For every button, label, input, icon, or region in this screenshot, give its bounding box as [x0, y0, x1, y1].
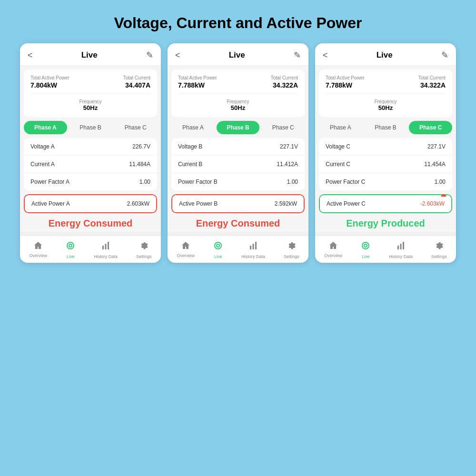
svg-point-10: [362, 242, 369, 249]
total-active-power-label: Total Active Power: [30, 75, 69, 80]
phase-tab-phase-c[interactable]: Phase C: [261, 121, 305, 134]
nav-label-overview: Overview: [177, 253, 195, 258]
svg-rect-2: [102, 246, 104, 249]
total-active-power-value: 7.788kW: [178, 81, 205, 89]
row-label: Current A: [30, 161, 55, 168]
nav-item-settings[interactable]: Settings: [136, 241, 152, 259]
active-power-section: Active Power B 2.592kW: [171, 194, 305, 213]
stats-section: Total Active Power 7.788kW Total Current…: [171, 69, 305, 117]
active-power-row: Active Power B 2.592kW: [171, 194, 305, 213]
svg-rect-3: [105, 244, 107, 249]
svg-rect-7: [250, 246, 251, 249]
total-current-label: Total Current: [418, 75, 446, 80]
total-current-value: 34.322A: [420, 81, 446, 89]
data-row: Power Factor C 1.00: [319, 173, 452, 190]
data-row: Voltage B 227.1V: [171, 138, 305, 156]
phase-tab-phase-b[interactable]: Phase B: [364, 121, 407, 134]
overview-icon: [328, 241, 338, 252]
phase-tab-phase-c[interactable]: Phase C: [409, 121, 452, 134]
back-button[interactable]: <: [28, 50, 33, 60]
nav-label-live: Live: [214, 254, 222, 259]
row-label: Voltage C: [326, 143, 350, 150]
frequency-value: 50Hz: [178, 104, 298, 111]
stats-section: Total Active Power 7.804kW Total Current…: [24, 69, 157, 117]
energy-caption: Energy Consumed: [168, 213, 308, 232]
data-section: Voltage C 227.1V Current C 11.454A Power…: [319, 138, 452, 190]
total-current-label: Total Current: [271, 75, 298, 80]
nav-item-live[interactable]: Live: [361, 241, 370, 259]
history-data-icon: [396, 241, 406, 253]
data-row: Power Factor B 1.00: [171, 173, 305, 190]
bottom-nav: OverviewLiveHistory DataSettings: [315, 236, 456, 263]
total-current-label: Total Current: [123, 75, 150, 80]
nav-item-overview[interactable]: Overview: [30, 241, 48, 259]
live-title: Live: [81, 50, 98, 60]
row-value: 1.00: [435, 178, 446, 185]
data-section: Voltage B 227.1V Current B 11.412A Power…: [171, 138, 305, 190]
frequency-label: Frequency: [178, 99, 298, 104]
phase-tab-phase-a[interactable]: Phase A: [24, 121, 67, 134]
nav-item-settings[interactable]: Settings: [431, 241, 447, 259]
nav-item-live[interactable]: Live: [213, 241, 223, 259]
active-power-section: Active Power A 2.603kW: [24, 194, 157, 213]
live-title: Live: [377, 50, 393, 60]
svg-rect-4: [108, 242, 109, 249]
phase-tab-phase-a[interactable]: Phase A: [319, 121, 362, 134]
nav-item-history-data[interactable]: History Data: [241, 241, 265, 259]
row-label: Current B: [178, 161, 202, 168]
nav-label-settings: Settings: [284, 254, 299, 259]
edit-button[interactable]: ✎: [441, 50, 448, 60]
live-title: Live: [229, 50, 245, 60]
data-row: Voltage C 227.1V: [319, 138, 452, 156]
phase-tab-phase-b[interactable]: Phase B: [69, 121, 112, 134]
svg-point-5: [215, 242, 221, 249]
svg-point-6: [217, 244, 219, 247]
bottom-nav: OverviewLiveHistory DataSettings: [20, 236, 161, 263]
phase-tabs: Phase APhase BPhase C: [319, 121, 452, 134]
live-icon: [361, 241, 370, 253]
phone-1: < Live ✎ Total Active Power 7.788kW Tota…: [168, 43, 308, 263]
nav-item-history-data[interactable]: History Data: [389, 241, 413, 259]
row-value: 1.00: [139, 178, 150, 185]
active-power-label: Active Power C: [327, 200, 366, 207]
data-row: Power Factor A 1.00: [24, 173, 157, 190]
nav-item-overview[interactable]: Overview: [177, 241, 195, 259]
nav-item-history-data[interactable]: History Data: [94, 241, 118, 259]
overview-icon: [181, 241, 190, 252]
frequency-label: Frequency: [326, 99, 446, 104]
edit-button[interactable]: ✎: [294, 50, 301, 60]
total-active-power-label: Total Active Power: [178, 75, 217, 80]
back-button[interactable]: <: [175, 50, 180, 60]
phone-header: < Live ✎: [315, 43, 456, 66]
stats-section: Total Active Power 7.788kW Total Current…: [319, 69, 452, 117]
back-button[interactable]: <: [323, 50, 328, 60]
nav-item-live[interactable]: Live: [66, 241, 75, 259]
energy-caption: Energy Consumed: [20, 213, 161, 232]
active-power-row: Active Power C -2.603kW: [319, 194, 452, 213]
nav-label-settings: Settings: [431, 254, 447, 259]
settings-icon: [287, 241, 296, 253]
svg-point-0: [67, 242, 74, 249]
active-power-value: 2.592kW: [275, 200, 297, 207]
row-value: 226.7V: [132, 143, 150, 150]
overview-icon: [33, 241, 43, 252]
total-active-power-label: Total Active Power: [326, 75, 365, 80]
row-value: 11.484A: [129, 161, 150, 168]
energy-caption: Energy Produced: [315, 213, 456, 232]
svg-rect-9: [255, 242, 257, 249]
nav-label-overview: Overview: [30, 253, 48, 258]
phase-tab-phase-b[interactable]: Phase B: [217, 121, 260, 134]
phone-header: < Live ✎: [20, 43, 161, 66]
phase-tab-phase-a[interactable]: Phase A: [171, 121, 215, 134]
frequency-value: 50Hz: [326, 104, 446, 111]
active-power-label: Active Power B: [179, 200, 218, 207]
total-active-power-value: 7.804kW: [30, 81, 57, 89]
data-row: Current A 11.484A: [24, 156, 157, 173]
edit-button[interactable]: ✎: [146, 50, 153, 60]
phone-0: < Live ✎ Total Active Power 7.804kW Tota…: [20, 43, 161, 263]
nav-item-overview[interactable]: Overview: [325, 241, 343, 259]
nav-item-settings[interactable]: Settings: [284, 241, 299, 259]
data-row: Current C 11.454A: [319, 156, 452, 173]
phase-tab-phase-c[interactable]: Phase C: [114, 121, 157, 134]
svg-rect-14: [403, 242, 404, 249]
